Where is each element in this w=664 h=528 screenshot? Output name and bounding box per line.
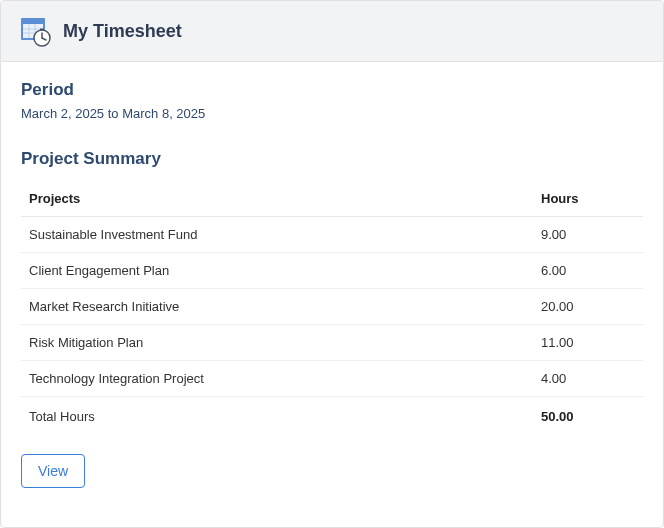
card-body: Period March 2, 2025 to March 8, 2025 Pr… bbox=[1, 62, 663, 527]
period-value: March 2, 2025 to March 8, 2025 bbox=[21, 106, 643, 121]
project-hours: 9.00 bbox=[533, 217, 643, 253]
svg-rect-7 bbox=[40, 29, 44, 31]
project-name: Client Engagement Plan bbox=[21, 253, 533, 289]
column-header-hours: Hours bbox=[533, 181, 643, 217]
table-row: Risk Mitigation Plan11.00 bbox=[21, 325, 643, 361]
timesheet-icon bbox=[19, 15, 51, 47]
project-name: Sustainable Investment Fund bbox=[21, 217, 533, 253]
period-label: Period bbox=[21, 80, 643, 100]
project-hours: 6.00 bbox=[533, 253, 643, 289]
project-hours: 11.00 bbox=[533, 325, 643, 361]
project-name: Risk Mitigation Plan bbox=[21, 325, 533, 361]
total-label: Total Hours bbox=[21, 397, 533, 437]
project-summary-table: Projects Hours Sustainable Investment Fu… bbox=[21, 181, 643, 436]
table-row: Market Research Initiative20.00 bbox=[21, 289, 643, 325]
project-summary-title: Project Summary bbox=[21, 149, 643, 169]
column-header-projects: Projects bbox=[21, 181, 533, 217]
table-row: Client Engagement Plan6.00 bbox=[21, 253, 643, 289]
table-row: Sustainable Investment Fund9.00 bbox=[21, 217, 643, 253]
table-header-row: Projects Hours bbox=[21, 181, 643, 217]
project-name: Technology Integration Project bbox=[21, 361, 533, 397]
timesheet-card: My Timesheet Period March 2, 2025 to Mar… bbox=[0, 0, 664, 528]
project-name: Market Research Initiative bbox=[21, 289, 533, 325]
total-hours: 50.00 bbox=[533, 397, 643, 437]
table-row: Technology Integration Project4.00 bbox=[21, 361, 643, 397]
total-row: Total Hours 50.00 bbox=[21, 397, 643, 437]
project-hours: 20.00 bbox=[533, 289, 643, 325]
view-button[interactable]: View bbox=[21, 454, 85, 488]
card-title: My Timesheet bbox=[63, 21, 182, 42]
project-hours: 4.00 bbox=[533, 361, 643, 397]
card-header: My Timesheet bbox=[1, 1, 663, 62]
